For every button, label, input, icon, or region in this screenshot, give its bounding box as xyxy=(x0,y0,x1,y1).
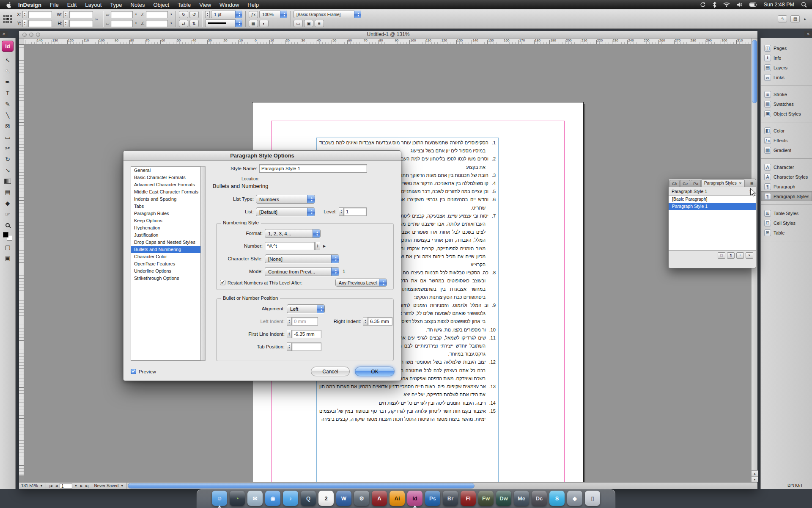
level-field[interactable]: 1 xyxy=(344,207,367,216)
right-indent-stepper[interactable]: ▲▼ xyxy=(363,317,368,326)
tab-position-field[interactable] xyxy=(292,342,321,351)
style-item-paragraph-style-1[interactable]: Paragraph Style 1 xyxy=(669,203,756,210)
volume-icon[interactable] xyxy=(737,2,743,7)
scale-tool[interactable]: ↘ xyxy=(2,165,13,175)
text-wrap-none-button[interactable]: ▭ xyxy=(294,20,303,27)
dock-panel-character[interactable]: ACharacter xyxy=(761,162,812,172)
line-tool[interactable]: ╲ xyxy=(2,110,13,120)
dialog-section-opentype-features[interactable]: OpenType Features xyxy=(131,260,200,268)
drop-shadow-button[interactable]: ▦ xyxy=(249,20,258,27)
window-title-bar[interactable]: Untitled-1 @ 131% xyxy=(19,31,757,39)
scroll-down-button[interactable]: ▼ xyxy=(752,476,758,482)
pen-tool[interactable]: ✒ xyxy=(2,77,13,87)
battery-icon[interactable] xyxy=(749,3,757,7)
style-name-input[interactable]: Paragraph Style 1 xyxy=(259,164,367,173)
reference-point-proxy[interactable] xyxy=(3,15,12,23)
dock-illustrator[interactable]: Ai xyxy=(390,491,405,506)
spotlight-icon[interactable] xyxy=(801,2,807,8)
dialog-section-tabs[interactable]: Tabs xyxy=(131,203,200,210)
tab-position-stepper[interactable]: ▲▼ xyxy=(287,342,292,351)
stroke-weight-select[interactable]: 1 pt▲▼ xyxy=(211,11,242,18)
menu-view[interactable]: View xyxy=(199,2,211,8)
section-list-scrollbar[interactable] xyxy=(201,166,206,361)
left-indent-stepper[interactable]: ▲▼ xyxy=(287,317,292,326)
dock-panel-paragraph[interactable]: ¶Paragraph xyxy=(761,182,812,191)
eyedropper-tool[interactable]: ◆ xyxy=(2,198,13,208)
vertical-ruler[interactable] xyxy=(19,44,24,475)
dock-stuffit[interactable]: ◆ xyxy=(567,491,582,506)
list-type-select[interactable]: Numbers▲▼ xyxy=(256,195,315,204)
bridge-button[interactable]: ▤ xyxy=(790,15,800,22)
dock-panel-character-styles[interactable]: ACharacter Styles xyxy=(761,172,812,182)
toolbar-collapse-tab[interactable]: » xyxy=(0,31,8,37)
last-page-button[interactable]: ▶| xyxy=(85,484,89,488)
new-style-group-button[interactable]: □ xyxy=(718,252,725,259)
quick-apply-button[interactable]: ϟ xyxy=(778,15,787,22)
dock-finder[interactable]: ☺ xyxy=(212,491,227,506)
rotate-90-ccw-button[interactable]: ↺ xyxy=(189,11,199,18)
effects-button[interactable]: ƒx xyxy=(249,11,258,18)
dialog-section-keep-options[interactable]: Keep Options xyxy=(131,217,200,224)
next-page-button[interactable]: ▶ xyxy=(80,484,83,488)
zoom-tool[interactable] xyxy=(2,220,13,230)
dock-panel-color[interactable]: ◧Color xyxy=(761,126,812,135)
dock-fireworks[interactable]: Fw xyxy=(478,491,494,506)
stroke-type-select[interactable]: ▲▼ xyxy=(205,19,242,27)
note-tool[interactable]: ▤ xyxy=(2,187,13,197)
pencil-tool[interactable]: ✎ xyxy=(2,99,13,109)
menu-notes[interactable]: Notes xyxy=(131,2,145,8)
ruler-origin-box[interactable] xyxy=(19,39,24,44)
restart-numbers-checkbox[interactable] xyxy=(220,280,225,285)
dock-panel-gradient[interactable]: ▩Gradient xyxy=(761,145,812,155)
dialog-section-paragraph-rules[interactable]: Paragraph Rules xyxy=(131,210,200,217)
dock-acrobat-reader[interactable]: A xyxy=(372,491,387,506)
mode-select[interactable]: Continue from Previ...▲▼ xyxy=(265,267,339,276)
dock-skype[interactable]: S xyxy=(549,491,565,506)
constrain-link-icon[interactable]: ∞ xyxy=(95,17,98,22)
dialog-section-bullets-and-numbering[interactable]: Bullets and Numbering xyxy=(131,246,200,253)
panel-dock-collapse-tab[interactable]: « xyxy=(804,31,812,37)
w-stepper[interactable]: ▲▼ xyxy=(63,11,68,18)
dock-panel-swatches[interactable]: ▦Swatches xyxy=(761,99,812,109)
dialog-section-middle-east-character-formats[interactable]: Middle East Character Formats xyxy=(131,188,200,196)
rectangle-frame-tool[interactable]: ⊠ xyxy=(2,121,13,131)
menu-window[interactable]: Window xyxy=(219,2,239,8)
format-select[interactable]: 1, 2, 3, 4...▲▼ xyxy=(265,229,321,238)
dock-itunes[interactable]: ♪ xyxy=(283,491,298,506)
dock-flash[interactable]: Fl xyxy=(461,491,476,506)
menu-bar-clock[interactable]: Sun 2:48 PM xyxy=(764,2,794,8)
dock-safari[interactable]: ◉ xyxy=(265,491,280,506)
rectangle-tool[interactable]: ▭ xyxy=(2,132,13,142)
direct-selection-tool[interactable]: ↖ xyxy=(2,66,13,76)
hand-tool[interactable]: ☞ xyxy=(2,209,13,219)
wifi-icon[interactable] xyxy=(723,2,730,7)
menu-object[interactable]: Object xyxy=(153,2,169,8)
y-field[interactable] xyxy=(28,20,52,27)
dock-panel-stroke[interactable]: ≡Stroke xyxy=(761,89,812,99)
stroke-weight-stepper[interactable]: ▲▼ xyxy=(205,11,210,18)
left-indent-field[interactable]: 0 mm xyxy=(292,317,318,326)
dock-panel-cell-styles[interactable]: ⊟Cell Styles xyxy=(761,218,812,228)
panel-menu-icon[interactable]: ≣ xyxy=(750,181,754,185)
h-field[interactable] xyxy=(69,20,93,27)
level-stepper[interactable]: ▲▼ xyxy=(339,207,344,216)
dock-panel-info[interactable]: ℹInfo xyxy=(761,53,812,63)
dialog-section-basic-character-formats[interactable]: Basic Character Formats xyxy=(131,174,200,181)
menu-edit[interactable]: Edit xyxy=(67,2,77,8)
clear-overrides-button[interactable]: ¶ xyxy=(727,252,735,259)
h-stepper[interactable]: ▲▼ xyxy=(63,20,68,27)
zoom-window-button[interactable] xyxy=(36,33,40,37)
panel-tab-ch[interactable]: Ch xyxy=(669,180,680,187)
dialog-section-general[interactable]: General xyxy=(131,167,200,174)
text-wrap-bounding-button[interactable]: ▣ xyxy=(304,20,313,27)
character-style-select[interactable]: [None]▲▼ xyxy=(265,254,339,263)
previous-page-button[interactable]: ◀ xyxy=(55,484,58,488)
dock-indesign[interactable]: Id xyxy=(407,491,422,506)
dock-device-central[interactable]: Dc xyxy=(532,491,547,506)
number-field[interactable]: ^#.^t xyxy=(265,242,315,250)
alignment-select[interactable]: Left▲▼ xyxy=(287,304,325,313)
first-line-indent-stepper[interactable]: ▲▼ xyxy=(287,330,292,338)
object-style-select[interactable]: [Basic Graphics Frame]▲▼ xyxy=(294,11,361,18)
dock-ical[interactable]: 2 xyxy=(318,491,334,506)
dock-dashboard[interactable]: ◔ xyxy=(230,491,245,506)
